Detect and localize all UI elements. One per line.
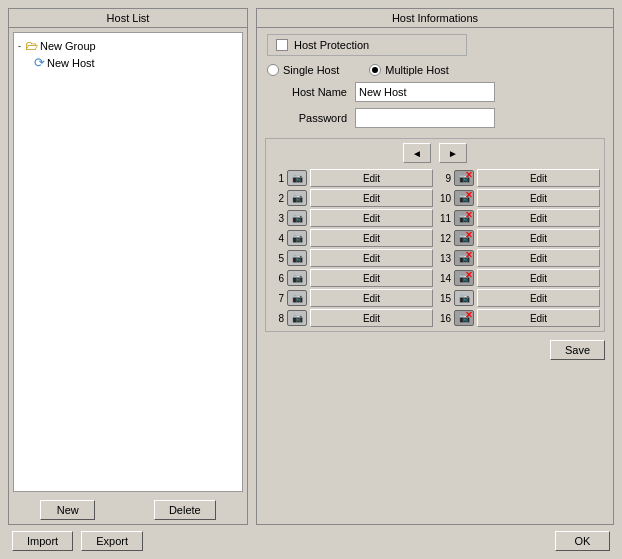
save-btn-area: Save bbox=[257, 336, 613, 364]
cam-x-icon: ✕ bbox=[465, 271, 473, 280]
password-row: Password bbox=[267, 108, 603, 128]
grid-col-right: 9 📷✕ Edit 10 📷✕ Edit 11 📷✕ Edit bbox=[437, 169, 600, 327]
single-host-radio[interactable] bbox=[267, 64, 279, 76]
edit-btn-6[interactable]: Edit bbox=[310, 269, 433, 287]
ok-button[interactable]: OK bbox=[555, 531, 610, 551]
hostname-row: Host Name bbox=[267, 82, 603, 102]
table-row: 5 📷 Edit bbox=[270, 249, 433, 267]
edit-btn-12[interactable]: Edit bbox=[477, 229, 600, 247]
host-info-panel: Host Informations Host Protection Single… bbox=[256, 8, 614, 525]
edit-btn-4[interactable]: Edit bbox=[310, 229, 433, 247]
multiple-host-radio[interactable] bbox=[369, 64, 381, 76]
camera-icon-8[interactable]: 📷 bbox=[287, 310, 307, 326]
cam-x-icon: ✕ bbox=[465, 191, 473, 200]
bottom-left-buttons: Import Export bbox=[12, 531, 143, 551]
camera-icon-9[interactable]: 📷✕ bbox=[454, 170, 474, 186]
edit-btn-1[interactable]: Edit bbox=[310, 169, 433, 187]
table-row: 4 📷 Edit bbox=[270, 229, 433, 247]
hostname-label: Host Name bbox=[267, 86, 347, 98]
cam-x-icon: ✕ bbox=[465, 231, 473, 240]
cam-x-icon: ✕ bbox=[465, 311, 473, 320]
save-button[interactable]: Save bbox=[550, 340, 605, 360]
edit-btn-11[interactable]: Edit bbox=[477, 209, 600, 227]
table-row: 16 📷✕ Edit bbox=[437, 309, 600, 327]
cam-x-icon: ✕ bbox=[465, 171, 473, 180]
camera-icon-13[interactable]: 📷✕ bbox=[454, 250, 474, 266]
host-list-title: Host List bbox=[9, 9, 247, 28]
table-row: 11 📷✕ Edit bbox=[437, 209, 600, 227]
camera-icon-12[interactable]: 📷✕ bbox=[454, 230, 474, 246]
grid-col-left: 1 📷 Edit 2 📷 Edit 3 📷 Edit bbox=[270, 169, 433, 327]
table-row: 9 📷✕ Edit bbox=[437, 169, 600, 187]
password-label: Password bbox=[267, 112, 347, 124]
edit-btn-9[interactable]: Edit bbox=[477, 169, 600, 187]
export-button[interactable]: Export bbox=[81, 531, 143, 551]
host-list-buttons: New Delete bbox=[9, 496, 247, 524]
camera-icon-14[interactable]: 📷✕ bbox=[454, 270, 474, 286]
nav-row: ◄ ► bbox=[270, 143, 600, 163]
radio-row: Single Host Multiple Host bbox=[267, 64, 603, 76]
multiple-host-option[interactable]: Multiple Host bbox=[369, 64, 449, 76]
edit-btn-2[interactable]: Edit bbox=[310, 189, 433, 207]
edit-btn-14[interactable]: Edit bbox=[477, 269, 600, 287]
grid-columns: 1 📷 Edit 2 📷 Edit 3 📷 Edit bbox=[270, 169, 600, 327]
edit-btn-13[interactable]: Edit bbox=[477, 249, 600, 267]
bottom-bar: Import Export OK bbox=[8, 531, 614, 551]
table-row: 15 📷 Edit bbox=[437, 289, 600, 307]
edit-btn-16[interactable]: Edit bbox=[477, 309, 600, 327]
new-button[interactable]: New bbox=[40, 500, 95, 520]
prev-button[interactable]: ◄ bbox=[403, 143, 431, 163]
single-host-label: Single Host bbox=[283, 64, 339, 76]
host-list-tree: - 🗁 New Group ⟳ New Host bbox=[13, 32, 243, 492]
table-row: 7 📷 Edit bbox=[270, 289, 433, 307]
table-row: 10 📷✕ Edit bbox=[437, 189, 600, 207]
camera-icon-10[interactable]: 📷✕ bbox=[454, 190, 474, 206]
edit-btn-15[interactable]: Edit bbox=[477, 289, 600, 307]
host-icon: ⟳ bbox=[34, 55, 45, 70]
camera-grid: ◄ ► 1 📷 Edit 2 📷 Edit bbox=[265, 138, 605, 332]
table-row: 1 📷 Edit bbox=[270, 169, 433, 187]
folder-icon: 🗁 bbox=[25, 38, 38, 53]
hostname-input[interactable] bbox=[355, 82, 495, 102]
host-protection-checkbox[interactable] bbox=[276, 39, 288, 51]
import-button[interactable]: Import bbox=[12, 531, 73, 551]
camera-icon-1[interactable]: 📷 bbox=[287, 170, 307, 186]
camera-icon-15[interactable]: 📷 bbox=[454, 290, 474, 306]
password-input[interactable] bbox=[355, 108, 495, 128]
table-row: 13 📷✕ Edit bbox=[437, 249, 600, 267]
edit-btn-3[interactable]: Edit bbox=[310, 209, 433, 227]
edit-btn-10[interactable]: Edit bbox=[477, 189, 600, 207]
edit-btn-8[interactable]: Edit bbox=[310, 309, 433, 327]
edit-btn-7[interactable]: Edit bbox=[310, 289, 433, 307]
camera-icon-6[interactable]: 📷 bbox=[287, 270, 307, 286]
camera-icon-7[interactable]: 📷 bbox=[287, 290, 307, 306]
host-list-panel: Host List - 🗁 New Group ⟳ New Host New D… bbox=[8, 8, 248, 525]
delete-button[interactable]: Delete bbox=[154, 500, 216, 520]
bottom-right-buttons: OK bbox=[555, 531, 610, 551]
group-label: New Group bbox=[40, 40, 96, 52]
camera-icon-3[interactable]: 📷 bbox=[287, 210, 307, 226]
edit-btn-5[interactable]: Edit bbox=[310, 249, 433, 267]
host-info-content: Host Protection Single Host Multiple Hos… bbox=[257, 28, 613, 134]
tree-host-item[interactable]: ⟳ New Host bbox=[34, 54, 238, 71]
multiple-host-label: Multiple Host bbox=[385, 64, 449, 76]
camera-icon-4[interactable]: 📷 bbox=[287, 230, 307, 246]
tree-group-item[interactable]: - 🗁 New Group bbox=[18, 37, 238, 54]
table-row: 6 📷 Edit bbox=[270, 269, 433, 287]
host-info-title: Host Informations bbox=[257, 9, 613, 28]
tree-expand-icon[interactable]: - bbox=[18, 41, 21, 51]
host-label: New Host bbox=[47, 57, 95, 69]
table-row: 2 📷 Edit bbox=[270, 189, 433, 207]
camera-icon-5[interactable]: 📷 bbox=[287, 250, 307, 266]
camera-icon-11[interactable]: 📷✕ bbox=[454, 210, 474, 226]
table-row: 14 📷✕ Edit bbox=[437, 269, 600, 287]
camera-icon-16[interactable]: 📷✕ bbox=[454, 310, 474, 326]
single-host-option[interactable]: Single Host bbox=[267, 64, 339, 76]
table-row: 8 📷 Edit bbox=[270, 309, 433, 327]
cam-x-icon: ✕ bbox=[465, 211, 473, 220]
next-button[interactable]: ► bbox=[439, 143, 467, 163]
cam-x-icon: ✕ bbox=[465, 251, 473, 260]
camera-icon-2[interactable]: 📷 bbox=[287, 190, 307, 206]
table-row: 12 📷✕ Edit bbox=[437, 229, 600, 247]
host-protection-label: Host Protection bbox=[294, 39, 369, 51]
